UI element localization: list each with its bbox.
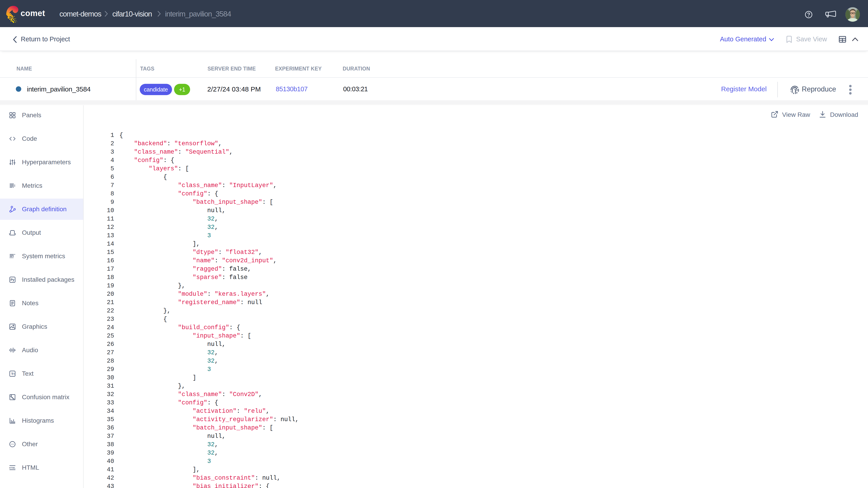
svg-text:T: T — [11, 372, 13, 376]
svg-text:HTML: HTML — [9, 466, 16, 469]
svg-text:Py: Py — [10, 278, 14, 282]
svg-text:T: T — [13, 373, 15, 376]
